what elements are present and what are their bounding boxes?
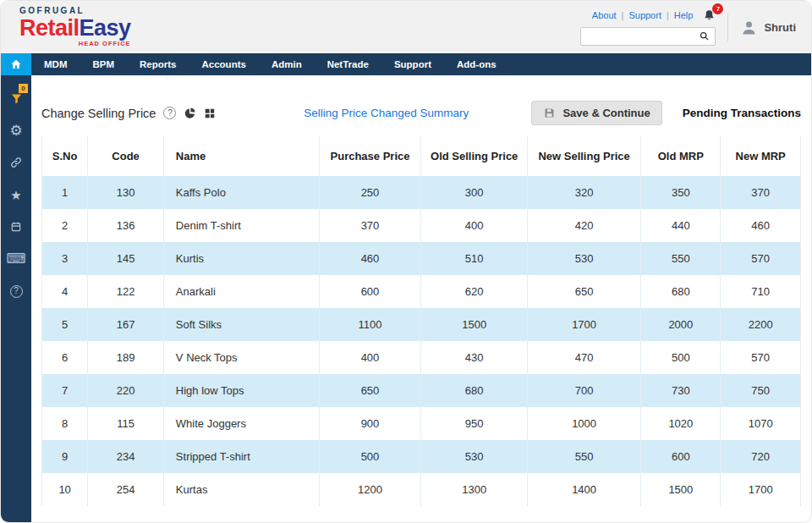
table-cell: 510: [421, 242, 527, 275]
table-row[interactable]: 8115White Joggers900950100010201070: [42, 407, 800, 440]
table-cell: 320: [527, 176, 640, 209]
content-area: 0 ⚙ ★ ⌨ ? Change Selling Price ?: [1, 75, 811, 523]
table-row[interactable]: 3145Kurtis460510530550570: [42, 242, 800, 275]
table-cell: 220: [88, 374, 164, 407]
star-icon[interactable]: ★: [8, 187, 24, 202]
filter-badge: 0: [19, 84, 28, 93]
nav-item-nettrade[interactable]: NetTrade: [315, 53, 381, 75]
column-header-old-mrp: Old MRP: [641, 135, 721, 176]
save-label: Save & Continue: [562, 107, 650, 119]
search-icon[interactable]: [699, 30, 710, 41]
table-cell: Kurtas: [163, 473, 319, 506]
table-cell: 400: [319, 341, 421, 374]
header-link-about[interactable]: About: [592, 10, 617, 20]
main-panel: Change Selling Price ? Selling Price Cha…: [31, 75, 811, 523]
table-cell: Soft Silks: [163, 308, 319, 341]
pie-chart-icon[interactable]: [184, 107, 196, 119]
column-header-s-no: S.No: [42, 135, 88, 176]
table-cell: 500: [319, 440, 421, 473]
table-cell: 1: [42, 176, 88, 209]
link-icon[interactable]: [8, 155, 24, 170]
table-row[interactable]: 7220High low Tops650680700730750: [42, 374, 800, 407]
search-input[interactable]: [586, 30, 699, 43]
save-continue-button[interactable]: Save & Continue: [531, 101, 661, 125]
calendar-icon[interactable]: [8, 219, 24, 234]
table-cell: 350: [641, 176, 721, 209]
settings-gear-icon[interactable]: ⚙: [8, 123, 24, 138]
table-cell: 530: [421, 440, 527, 473]
table-cell: 300: [421, 176, 527, 209]
header-link-support[interactable]: Support: [628, 10, 661, 20]
user-menu[interactable]: Shruti: [740, 19, 796, 36]
help-question-glyph: ?: [10, 285, 23, 298]
user-avatar-icon: [740, 19, 758, 36]
table-cell: 1200: [319, 473, 421, 506]
table-row[interactable]: 5167Soft Silks11001500170020002200: [42, 308, 800, 341]
table-cell: 680: [641, 275, 721, 308]
table-cell: Kaffs Polo: [163, 176, 319, 209]
table-cell: 550: [527, 440, 640, 473]
home-button[interactable]: [1, 53, 31, 75]
column-header-name: Name: [163, 135, 319, 176]
nav-item-bpm[interactable]: BPM: [80, 53, 127, 75]
nav-item-support[interactable]: Support: [381, 53, 444, 75]
save-icon: [543, 107, 556, 119]
table-cell: 440: [641, 209, 721, 242]
nav-item-mdm[interactable]: MDM: [31, 53, 80, 75]
table-cell: 620: [421, 275, 527, 308]
header-links-row: About|Support|Help 7: [592, 9, 716, 22]
top-header: GOFRUGAL RetailEasy HEAD OFFICE About|Su…: [1, 1, 811, 53]
summary-link[interactable]: Selling Price Changed Summary: [304, 107, 469, 119]
nav-item-accounts[interactable]: Accounts: [189, 53, 258, 75]
table-cell: 1500: [641, 473, 721, 506]
table-cell: 570: [721, 242, 800, 275]
notifications-button[interactable]: 7: [703, 9, 716, 22]
table-cell: Anarkali: [163, 275, 319, 308]
grid-view-icon[interactable]: [204, 107, 216, 119]
table-row[interactable]: 4122Anarkali600620650680710: [42, 275, 800, 308]
column-header-new-selling-price: New Selling Price: [527, 135, 640, 176]
table-row[interactable]: 2136Denim T-shirt370400420440460: [42, 209, 800, 242]
brand-blue-text: Easy: [80, 15, 131, 41]
table-cell: 460: [319, 242, 421, 275]
title-help-icon[interactable]: ?: [163, 107, 176, 119]
table-cell: 530: [527, 242, 640, 275]
filter-icon[interactable]: 0: [8, 91, 24, 106]
user-name: Shruti: [764, 21, 796, 34]
table-row[interactable]: 10254Kurtas12001300140015001700: [42, 473, 800, 506]
table-row[interactable]: 6189V Neck Tops400430470500570: [42, 341, 800, 374]
table-cell: 570: [721, 341, 800, 374]
table-cell: Stripped T-shirt: [163, 440, 319, 473]
table-cell: 370: [319, 209, 421, 242]
table-cell: 2000: [641, 308, 721, 341]
table-cell: 680: [421, 374, 527, 407]
table-cell: 1020: [641, 407, 721, 440]
table-cell: Kurtis: [163, 242, 319, 275]
toolbar: Change Selling Price ? Selling Price Cha…: [41, 101, 801, 125]
price-table-wrap: S.NoCodeNamePurchase PriceOld Selling Pr…: [41, 135, 801, 506]
help-icon[interactable]: ?: [8, 284, 24, 299]
table-cell: 1070: [721, 407, 800, 440]
table-row[interactable]: 9234Stripped T-shirt500530550600720: [42, 440, 800, 473]
link-separator: |: [667, 10, 669, 20]
table-cell: 400: [421, 209, 527, 242]
table-cell: 234: [88, 440, 164, 473]
table-cell: 420: [527, 209, 640, 242]
table-cell: 460: [721, 209, 800, 242]
brand-main-text: RetailEasy: [19, 17, 131, 40]
nav-items: MDMBPMReportsAccountsAdminNetTradeSuppor…: [31, 53, 509, 75]
nav-item-add-ons[interactable]: Add-ons: [444, 53, 509, 75]
header-links: About|Support|Help: [592, 10, 694, 20]
header-link-help[interactable]: Help: [674, 10, 694, 20]
nav-item-reports[interactable]: Reports: [127, 53, 189, 75]
table-row[interactable]: 1130Kaffs Polo250300320350370: [42, 176, 800, 209]
table-cell: 1000: [527, 407, 640, 440]
table-cell: 5: [42, 308, 88, 341]
search-box[interactable]: [580, 27, 716, 46]
brand-red-text: Retail: [19, 15, 80, 41]
nav-item-admin[interactable]: Admin: [259, 53, 315, 75]
column-header-code: Code: [88, 135, 164, 176]
table-cell: 370: [721, 176, 800, 209]
pending-transactions-tab[interactable]: Pending Transactions: [683, 107, 801, 119]
keyboard-icon[interactable]: ⌨: [8, 251, 24, 267]
